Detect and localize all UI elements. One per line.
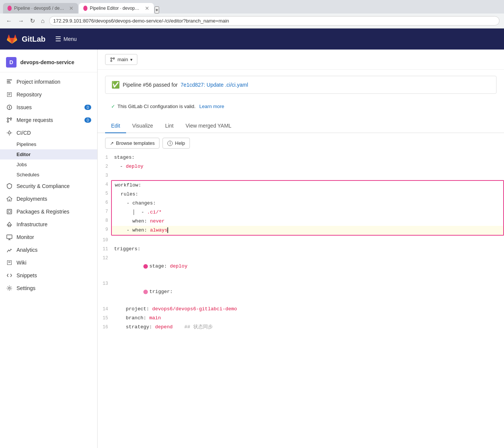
check-circle-icon: ✅ [111,81,120,89]
tab-close-1[interactable]: ✕ [69,5,74,11]
line-number-11: 11 [98,245,111,254]
line-content-13: trigger: [111,279,504,305]
info-icon [6,78,13,85]
merge-requests-badge: 0 [84,117,91,123]
line-number-12: 12 [98,254,111,279]
dot-marker-13 [143,290,148,294]
sidebar-item-analytics[interactable]: Analytics [0,244,97,256]
workflow-content-7: │ - .ci/* [112,208,503,217]
workflow-bordered-content: workflow: rules: - changes: │ - .ci/* wh… [111,180,504,236]
workflow-line-9: - when: always [112,226,503,235]
sidebar-item-label-snippets: Snippets [17,272,37,278]
sidebar-item-packages[interactable]: Packages & Registries [0,205,97,218]
sidebar-subitem-editor[interactable]: Editor [0,149,97,159]
sidebar-item-label-cicd: CI/CD [17,130,31,136]
sidebar: D devops-demo-service Project informatio… [0,50,98,448]
workflow-line-7: │ - .ci/* [112,208,503,217]
sidebar-item-deployments[interactable]: Deployments [0,192,97,205]
tab-close-2[interactable]: ✕ [145,5,149,11]
svg-rect-5 [9,108,10,109]
sidebar-subitem-pipelines[interactable]: Pipelines [0,139,97,149]
sidebar-subitem-schedules[interactable]: Schedules [0,170,97,180]
code-editor[interactable]: 1 stages: 2 - deploy 3 4 5 [98,153,504,332]
address-input[interactable] [49,16,499,26]
tab-favicon-1 [8,6,12,11]
pipeline-link[interactable]: 7e1cd827: Update .ci/ci.yaml [181,82,248,88]
pipeline-text: Pipeline #56 passed for [123,82,178,88]
tab-view-merged[interactable]: View merged YAML [179,119,237,133]
sidebar-item-settings[interactable]: Settings [0,282,97,295]
svg-point-14 [9,287,11,289]
snippets-icon [6,272,13,279]
workflow-line-4: workflow: [112,181,503,190]
tab-visualize[interactable]: Visualize [126,119,159,133]
workflow-content-6: - changes: [112,199,503,208]
svg-rect-1 [7,81,10,82]
help-button[interactable]: i Help [162,138,190,149]
sidebar-item-label-project-info: Project information [17,79,60,85]
workflow-content-9: - when: always [112,226,503,235]
svg-point-15 [111,57,112,59]
code-line-12: 12 stage: deploy [98,254,504,279]
refresh-button[interactable]: ↻ [29,16,36,26]
learn-more-link[interactable]: Learn more [199,104,224,109]
code-line-2: 2 - deploy [98,162,504,171]
line-content-10 [111,236,504,245]
sidebar-item-infrastructure[interactable]: Infrastructure [0,218,97,231]
gitlab-header: GitLab ☰ Menu [0,29,504,50]
deployments-icon [6,195,13,202]
line-number-13: 13 [98,279,111,305]
branch-bar: main ▾ [98,50,504,70]
sidebar-item-label-deployments: Deployments [17,196,47,202]
browser-tab-1[interactable]: Pipeline · devops6 / devops6-... ✕ [3,3,78,14]
sidebar-item-snippets[interactable]: Snippets [0,269,97,282]
forward-button[interactable]: → [17,16,26,26]
repository-icon [6,91,13,98]
gitlab-logo[interactable]: GitLab [6,33,45,45]
sidebar-item-monitor[interactable]: Monitor [0,231,97,244]
code-line-16: 16 strategy: depend ## 状态同步 [98,323,504,332]
sidebar-subitem-label-schedules: Schedules [17,172,39,177]
sidebar-item-security[interactable]: Security & Compliance [0,180,97,192]
tab-favicon-2 [83,6,87,11]
browse-templates-button[interactable]: ↗ Browse templates [105,138,159,149]
browser-tab-2[interactable]: Pipeline Editor · devops6 / dev... ✕ [79,3,154,14]
sidebar-item-project-info[interactable]: Project information [0,75,97,88]
sidebar-subitem-jobs[interactable]: Jobs [0,159,97,170]
workflow-content-4: workflow: [112,181,503,190]
code-line-9: 9 [98,225,111,234]
sidebar-item-merge-requests[interactable]: Merge requests 0 [0,114,97,126]
line-number-1: 1 [98,153,111,162]
svg-rect-13 [7,235,12,239]
code-line-10: 10 [98,236,504,245]
sidebar-nav: Project information Repository Issues 0 [0,72,97,298]
sidebar-item-issues[interactable]: Issues 0 [0,101,97,114]
menu-button[interactable]: ☰ Menu [51,33,80,45]
pipeline-passed: ✅ Pipeline #56 passed for 7e1cd827: Upda… [111,81,490,89]
branch-selector[interactable]: main ▾ [105,54,137,65]
new-tab-button[interactable]: + [155,6,159,14]
external-link-icon: ↗ [110,141,114,146]
help-label: Help [175,140,185,146]
sidebar-item-wiki[interactable]: Wiki [0,256,97,269]
config-valid: ✓ This GitLab CI configuration is valid.… [105,100,496,113]
code-line-13: 13 trigger: [98,279,504,305]
line-number-4: 4 [98,180,111,189]
sidebar-item-cicd[interactable]: CI/CD [0,126,97,139]
gitlab-fox-icon [6,33,18,45]
tab-title-2: Pipeline Editor · devops6 / dev... [90,6,141,11]
cicd-icon [6,129,13,136]
svg-rect-2 [7,83,11,83]
tab-edit[interactable]: Edit [105,119,126,133]
app-layout: D devops-demo-service Project informatio… [0,50,504,448]
back-button[interactable]: ← [5,16,14,26]
workflow-content-8: when: never [112,217,503,226]
shield-icon [6,183,13,189]
browser-tabs: Pipeline · devops6 / devops6-... ✕ Pipel… [0,0,504,14]
help-icon: i [167,141,173,146]
code-line-6: 6 [98,198,111,207]
home-button[interactable]: ⌂ [39,16,46,26]
branch-icon [110,57,115,62]
tab-lint[interactable]: Lint [159,119,180,133]
sidebar-item-repository[interactable]: Repository [0,88,97,101]
